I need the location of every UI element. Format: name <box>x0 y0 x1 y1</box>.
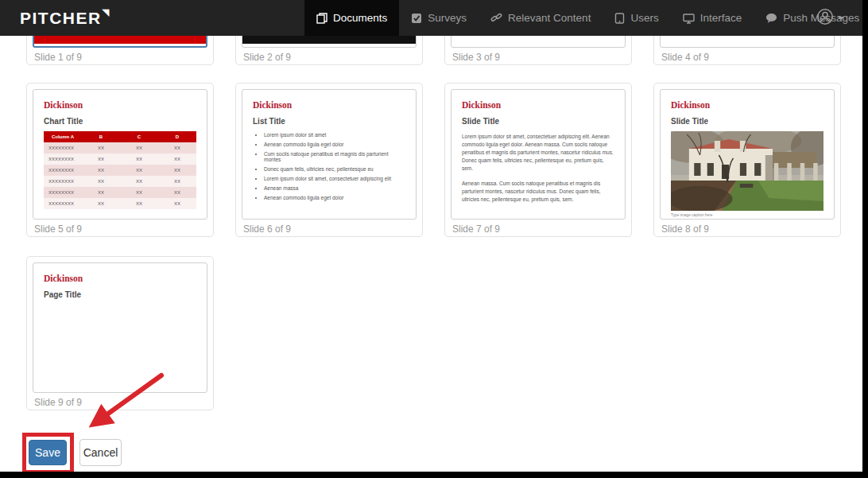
table-cell: XXXXXXXX <box>44 198 82 209</box>
table-cell: XX <box>158 165 196 176</box>
slide-label: Slide 1 of 9 <box>33 48 207 63</box>
nav-item-relevant-content[interactable]: Relevant Content <box>479 0 603 36</box>
table-cell: XX <box>82 142 120 154</box>
surveys-icon <box>411 13 422 24</box>
table-cell: XX <box>82 187 120 198</box>
slide-card-6[interactable]: Dickinson List Title Lorem ipsum dolor s… <box>235 83 423 237</box>
table-cell: XX <box>120 154 158 165</box>
table-cell: XX <box>120 187 158 198</box>
table-row: XXXXXXXXXXXXXX <box>44 165 196 176</box>
bullet-item: Aenean massa <box>264 185 405 191</box>
table-header-cell: C <box>120 131 158 142</box>
table-header-cell: D <box>158 131 196 142</box>
nav-item-label: Surveys <box>428 12 467 24</box>
slide-label: Slide 9 of 9 <box>33 393 207 408</box>
slide-brand: Dickinson <box>671 100 823 110</box>
cancel-button[interactable]: Cancel <box>79 439 122 466</box>
slide-brand: Dickinson <box>462 100 614 110</box>
bullet-item: Donec quam felis, ultricies nec, pellent… <box>264 166 405 172</box>
bullet-item: Aenean commodo ligula eget dolor <box>264 142 405 147</box>
slide-card-5[interactable]: Dickinson Chart Title Column A B C D XXX… <box>26 83 214 237</box>
table-cell: XXXXXXXX <box>44 187 82 198</box>
table-cell: XX <box>82 176 120 187</box>
save-button[interactable]: Save <box>29 440 67 465</box>
slide-card-9[interactable]: Dickinson Page Title Slide 9 of 9 <box>26 256 214 410</box>
slide-brand: Dickinson <box>44 100 196 110</box>
user-account-menu[interactable] <box>816 0 844 36</box>
table-cell: XX <box>82 198 120 209</box>
speech-bubble-icon <box>765 13 777 24</box>
nav-item-label: Interface <box>700 12 742 24</box>
screen-edge-right <box>862 0 868 478</box>
nav-item-interface[interactable]: Interface <box>671 0 754 36</box>
table-row: XXXXXXXXXXXXXX <box>44 142 196 154</box>
slide-label: Slide 8 of 9 <box>660 220 835 235</box>
table-cell: XX <box>82 165 120 176</box>
table-row: XXXXXXXXXXXXXX <box>44 154 196 165</box>
table-cell: XX <box>120 142 158 154</box>
table-cell: XXXXXXXX <box>44 154 82 165</box>
table-row: XXXXXXXXXXXXXX <box>44 198 196 209</box>
tablet-icon <box>614 13 625 24</box>
table-header-cell: Column A <box>44 131 82 142</box>
table-cell: XX <box>158 187 196 198</box>
table-cell: XX <box>120 176 158 187</box>
slide-6-thumbnail[interactable]: Dickinson List Title Lorem ipsum dolor s… <box>242 89 417 220</box>
house-photo <box>671 131 823 211</box>
table-cell: XX <box>158 176 196 187</box>
slide-label: Slide 7 of 9 <box>451 220 626 235</box>
chevron-down-icon <box>838 17 844 20</box>
slide-6-bullet-list: Lorem ipsum dolor sit amet Aenean commod… <box>264 132 405 200</box>
table-cell: XX <box>120 165 158 176</box>
nav-item-documents[interactable]: Documents <box>304 0 399 36</box>
table-cell: XX <box>158 142 196 154</box>
slide-5-table: Column A B C D XXXXXXXXXXXXXX XXXXXXXXXX… <box>44 131 196 209</box>
top-navbar: PITCHER◥ Documents Surveys Relevant Cont… <box>0 0 868 36</box>
slide-9-thumbnail[interactable]: Dickinson Page Title <box>33 262 207 393</box>
nav-item-users[interactable]: Users <box>603 0 670 36</box>
table-cell: XX <box>82 154 120 165</box>
bullet-item: Lorem ipsum dolor sit amet <box>264 132 405 138</box>
bullet-item: Cum sociis natoque penatibus et magnis d… <box>264 151 405 162</box>
slide-5-title: Chart Title <box>44 117 196 126</box>
pitcher-flag-icon: ◥ <box>103 7 110 17</box>
slide-label: Slide 5 of 9 <box>33 220 207 235</box>
slide-6-title: List Title <box>253 117 405 126</box>
slide-9-title: Page Title <box>44 290 196 299</box>
slide-7-paragraph: Lorem ipsum dolor sit amet, consectetuer… <box>462 133 614 173</box>
screen-edge-bottom <box>0 472 868 478</box>
nav-item-label: Relevant Content <box>508 12 591 24</box>
page: PITCHER◥ Documents Surveys Relevant Cont… <box>0 0 868 478</box>
nav-item-label: Documents <box>333 12 387 24</box>
brand-text: PITCHER <box>20 9 102 28</box>
slide-card-7[interactable]: Dickinson Slide Title Lorem ipsum dolor … <box>444 83 632 237</box>
nav-menu: Documents Surveys Relevant Content Users <box>304 0 868 36</box>
table-cell: XX <box>120 198 158 209</box>
slide-8-title: Slide Title <box>671 117 823 126</box>
documents-icon <box>316 13 327 24</box>
slide-label: Slide 3 of 9 <box>451 48 626 63</box>
slide-brand: Dickinson <box>253 100 405 110</box>
table-row: XXXXXXXXXXXXXX <box>44 176 196 187</box>
monitor-icon <box>683 13 695 24</box>
nav-item-label: Users <box>630 12 658 24</box>
bullet-item: Lorem ipsum dolor sit amet, consectetuer… <box>264 176 405 181</box>
slide-5-thumbnail[interactable]: Dickinson Chart Title Column A B C D XXX… <box>33 89 207 220</box>
table-row: XXXXXXXXXXXXXX <box>44 187 196 198</box>
nav-item-push-messages[interactable]: Push Messages <box>754 0 868 36</box>
slide-label: Slide 6 of 9 <box>242 220 417 235</box>
table-header-row: Column A B C D <box>44 131 196 142</box>
table-cell: XXXXXXXX <box>44 176 82 187</box>
slide-card-8[interactable]: Dickinson Slide Title <box>653 83 841 237</box>
table-cell: XXXXXXXX <box>44 142 82 154</box>
table-cell: XXXXXXXX <box>44 165 82 176</box>
table-cell: XX <box>158 154 196 165</box>
nav-item-surveys[interactable]: Surveys <box>399 0 479 36</box>
user-icon <box>816 8 834 29</box>
slide-label: Slide 2 of 9 <box>242 48 417 63</box>
slide-brand: Dickinson <box>44 274 196 283</box>
photo-caption: Type image caption here <box>671 213 823 217</box>
slide-8-thumbnail[interactable]: Dickinson Slide Title <box>660 89 835 220</box>
slide-7-thumbnail[interactable]: Dickinson Slide Title Lorem ipsum dolor … <box>451 89 626 220</box>
pitcher-logo[interactable]: PITCHER◥ <box>20 0 110 36</box>
